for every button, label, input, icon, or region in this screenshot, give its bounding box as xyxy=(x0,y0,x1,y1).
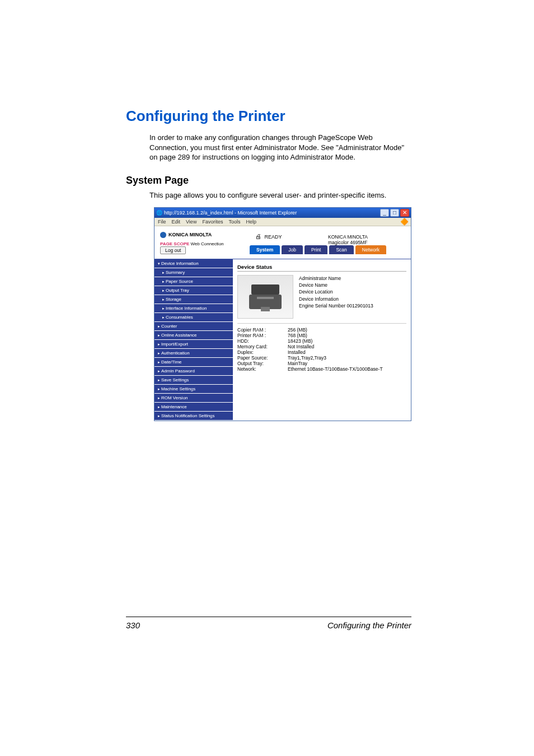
page-footer: 330 Configuring the Printer xyxy=(126,617,411,630)
tab-network[interactable]: Network xyxy=(355,245,386,254)
sidebar-item-save-settings[interactable]: Save Settings xyxy=(154,376,233,385)
spec-key: Output Tray: xyxy=(237,361,288,366)
menu-edit[interactable]: Edit xyxy=(172,219,181,225)
section-heading: System Page xyxy=(126,175,411,186)
spec-value: 768 (MB) xyxy=(288,333,406,338)
sidebar-item-machine-settings[interactable]: Machine Settings xyxy=(154,385,233,394)
device-label: Administrator Name xyxy=(299,275,406,282)
sidebar-item-authentication[interactable]: Authentication xyxy=(154,349,233,358)
sidebar-item-interface-info[interactable]: Interface Information xyxy=(154,304,233,313)
menu-view[interactable]: View xyxy=(186,219,196,225)
spec-value: Installed xyxy=(288,349,406,355)
ready-status: 🖨 READY xyxy=(255,232,328,240)
sidebar-item-maintenance[interactable]: Maintenance xyxy=(154,403,233,412)
sidebar-item-output-tray[interactable]: Output Tray xyxy=(154,286,233,295)
spec-value: Tray1,Tray2,Tray3 xyxy=(288,355,406,361)
spec-value: Not Installed xyxy=(288,344,406,349)
section-caption: This page allows you to configure severa… xyxy=(149,191,411,199)
window-titlebar: 🌐 http://192.168.1.2/a_index.html - Micr… xyxy=(154,208,411,218)
model-line2: magicolor 4695MF xyxy=(328,240,405,245)
tab-scan[interactable]: Scan xyxy=(329,245,353,254)
spec-value: Ethernet 10Base-T/100Base-TX/1000Base-T xyxy=(288,366,406,372)
brand-logo-icon xyxy=(160,232,166,238)
main-panel: Device Status Administrator Name Device … xyxy=(233,259,411,421)
brand-name: KONICA MINOLTA xyxy=(168,232,212,237)
tab-bar: System Job Print Scan Network xyxy=(250,245,411,254)
model-line1: KONICA MINOLTA xyxy=(328,234,405,240)
spec-value: 256 (MB) xyxy=(288,327,406,333)
printer-illustration-icon xyxy=(246,280,285,314)
printer-icon: 🖨 xyxy=(255,233,261,240)
device-label: Device Information xyxy=(299,296,406,302)
spec-value: MainTray xyxy=(288,361,406,366)
spec-table: Copier RAM :256 (MB) Printer RAM :768 (M… xyxy=(237,327,406,372)
sidebar-item-consumables[interactable]: Consumables xyxy=(154,313,233,322)
device-label: Device Name xyxy=(299,282,406,288)
minimize-button[interactable]: _ xyxy=(380,209,389,217)
spec-value: 18423 (MB) xyxy=(288,338,406,344)
ie-logo-icon: 🔶 xyxy=(400,218,409,226)
model-label: KONICA MINOLTA magicolor 4695MF xyxy=(328,232,405,245)
sidebar-item-paper-source[interactable]: Paper Source xyxy=(154,277,233,286)
window-title: http://192.168.1.2/a_index.html - Micros… xyxy=(162,210,380,216)
menu-tools[interactable]: Tools xyxy=(228,219,240,225)
device-label: Engine Serial Number 0012901013 xyxy=(299,302,406,309)
sidebar-item-date-time[interactable]: Date/Time xyxy=(154,358,233,367)
tab-job[interactable]: Job xyxy=(282,245,303,254)
ready-text: READY xyxy=(265,234,282,240)
spec-key: Copier RAM : xyxy=(237,327,288,333)
page-heading: Configuring the Printer xyxy=(126,108,411,125)
spec-key: HDD: xyxy=(237,338,288,344)
intro-paragraph: In order to make any configuration chang… xyxy=(149,133,411,162)
sidebar-item-storage[interactable]: Storage xyxy=(154,295,233,304)
spec-key: Paper Source: xyxy=(237,355,288,361)
main-section-title: Device Status xyxy=(237,264,406,272)
device-label: Device Location xyxy=(299,288,406,295)
menu-favorites[interactable]: Favorites xyxy=(202,219,223,225)
pagescope-label: Web Connection xyxy=(191,241,224,246)
close-button[interactable]: ✕ xyxy=(400,209,409,217)
sidebar: Device Information Summary Paper Source … xyxy=(154,259,233,421)
page-number: 330 xyxy=(126,620,140,630)
spec-key: Duplex: xyxy=(237,349,288,355)
tab-print[interactable]: Print xyxy=(305,245,327,254)
footer-title: Configuring the Printer xyxy=(327,620,411,630)
device-image xyxy=(237,275,293,319)
menu-help[interactable]: Help xyxy=(246,219,256,225)
sidebar-item-rom-version[interactable]: ROM Version xyxy=(154,394,233,403)
app-window: 🌐 http://192.168.1.2/a_index.html - Micr… xyxy=(154,207,411,421)
menubar: File Edit View Favorites Tools Help 🔶 xyxy=(154,218,411,226)
device-info-labels: Administrator Name Device Name Device Lo… xyxy=(299,275,406,319)
svg-rect-0 xyxy=(251,284,279,295)
logout-button[interactable]: Log out xyxy=(160,246,186,254)
sidebar-item-summary[interactable]: Summary xyxy=(154,268,233,277)
tab-system[interactable]: System xyxy=(250,245,280,254)
sidebar-item-online-assistance[interactable]: Online Assistance xyxy=(154,331,233,340)
sidebar-item-status-notification[interactable]: Status Notification Settings xyxy=(154,412,233,421)
sidebar-item-counter[interactable]: Counter xyxy=(154,322,233,331)
pagescope-logo: PAGE SCOPE xyxy=(160,241,189,246)
brand-block: KONICA MINOLTA PAGE SCOPE Web Connection xyxy=(160,232,255,246)
sidebar-heading-device-info[interactable]: Device Information xyxy=(154,259,233,268)
svg-rect-2 xyxy=(257,297,274,299)
ie-icon: 🌐 xyxy=(156,210,162,216)
spec-key: Memory Card: xyxy=(237,344,288,349)
svg-rect-3 xyxy=(261,307,270,311)
sidebar-item-import-export[interactable]: Import/Export xyxy=(154,340,233,349)
menu-file[interactable]: File xyxy=(158,219,166,225)
spec-key: Printer RAM : xyxy=(237,333,288,338)
maximize-button[interactable]: □ xyxy=(390,209,399,217)
sidebar-item-admin-password[interactable]: Admin Password xyxy=(154,367,233,376)
spec-key: Network: xyxy=(237,366,288,372)
